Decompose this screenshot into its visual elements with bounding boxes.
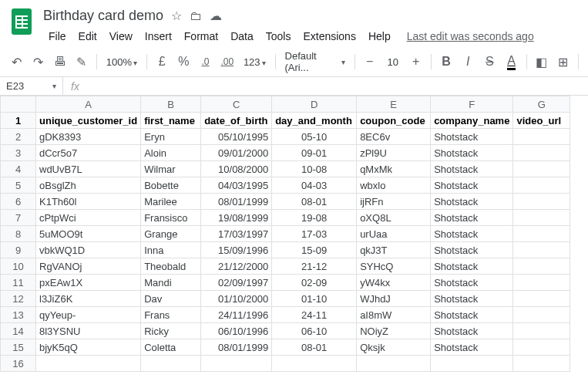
font-size-input[interactable]: 10 [381, 56, 405, 68]
col-header-F[interactable]: F [431, 96, 513, 113]
cell[interactable]: oBsglZh [36, 177, 141, 194]
cell[interactable]: 19/08/1999 [201, 210, 272, 226]
star-icon[interactable]: ☆ [171, 8, 182, 23]
cell[interactable] [513, 291, 570, 307]
cell[interactable]: 04/03/1995 [201, 177, 272, 194]
cell[interactable]: Dav [141, 291, 201, 307]
cell[interactable]: yW4kx [357, 275, 431, 291]
cell[interactable]: 8EC6v [357, 129, 431, 145]
cell[interactable]: Shotstack [431, 226, 513, 242]
cell[interactable] [513, 210, 570, 226]
increase-decimal-button[interactable]: .00 [217, 51, 237, 73]
col-header-B[interactable]: B [141, 96, 201, 113]
cell[interactable]: Shotstack [431, 210, 513, 226]
cell[interactable] [272, 356, 357, 372]
cell[interactable]: 06-10 [272, 323, 357, 339]
zoom-select[interactable]: 100%▾ [102, 56, 142, 68]
cell[interactable]: day_and_month [272, 113, 357, 129]
doc-title[interactable]: Birthday card demo [43, 8, 163, 24]
cell[interactable]: Qksjk [357, 339, 431, 356]
text-color-button[interactable]: A [501, 51, 521, 73]
row-header[interactable]: 7 [1, 210, 36, 226]
cell[interactable]: Shotstack [431, 307, 513, 323]
cell[interactable]: Shotstack [431, 194, 513, 210]
cell[interactable]: date_of_birth [201, 113, 272, 129]
cell[interactable]: Wilmar [141, 161, 201, 177]
cell[interactable]: Aloin [141, 145, 201, 161]
menu-insert[interactable]: Insert [139, 27, 177, 46]
cell[interactable]: Coletta [141, 339, 201, 356]
col-header-E[interactable]: E [357, 96, 431, 113]
percent-button[interactable]: % [173, 51, 193, 73]
cell[interactable]: wbxlo [357, 177, 431, 194]
cell[interactable] [513, 242, 570, 258]
cell[interactable]: 01/10/2000 [201, 291, 272, 307]
cell[interactable]: qyYeup- [36, 307, 141, 323]
cell[interactable]: l3JiZ6K [36, 291, 141, 307]
cell[interactable]: bjyK5qQ [36, 339, 141, 356]
cell[interactable]: 09-01 [272, 145, 357, 161]
cell[interactable]: Grange [141, 226, 201, 242]
cell[interactable]: 15-09 [272, 242, 357, 258]
cell[interactable]: WJhdJ [357, 291, 431, 307]
row-header[interactable]: 14 [1, 323, 36, 339]
cell[interactable]: ijRFn [357, 194, 431, 210]
spreadsheet-grid[interactable]: A B C D E F G 1unique_customer_idfirst_n… [0, 96, 570, 372]
menu-extensions[interactable]: Extensions [297, 27, 361, 46]
cell[interactable] [513, 275, 570, 291]
cell[interactable]: Shotstack [431, 275, 513, 291]
cell[interactable] [513, 339, 570, 356]
cell[interactable]: oXQ8L [357, 210, 431, 226]
row-header[interactable]: 9 [1, 242, 36, 258]
cell[interactable]: Ricky [141, 323, 201, 339]
undo-icon[interactable]: ↶ [6, 51, 26, 73]
cell[interactable]: coupon_code [357, 113, 431, 129]
cell[interactable]: Fransisco [141, 210, 201, 226]
cell[interactable] [513, 226, 570, 242]
cell[interactable] [513, 323, 570, 339]
cell[interactable] [513, 129, 570, 145]
cell[interactable]: 5uMOO9t [36, 226, 141, 242]
cell[interactable] [513, 258, 570, 275]
cell[interactable]: 17-03 [272, 226, 357, 242]
last-edit-link[interactable]: Last edit was seconds ago [407, 30, 534, 42]
cell[interactable]: 24-11 [272, 307, 357, 323]
cell[interactable]: dCcr5o7 [36, 145, 141, 161]
borders-icon[interactable]: ⊞ [553, 51, 573, 73]
cell[interactable]: RgVANOj [36, 258, 141, 275]
cell[interactable]: 02/09/1997 [201, 275, 272, 291]
cell[interactable] [513, 161, 570, 177]
row-header[interactable]: 2 [1, 129, 36, 145]
menu-tools[interactable]: Tools [260, 27, 297, 46]
col-header-G[interactable]: G [513, 96, 570, 113]
cell[interactable]: qkJ3T [357, 242, 431, 258]
select-all-corner[interactable] [1, 96, 36, 113]
cell[interactable]: unique_customer_id [36, 113, 141, 129]
row-header[interactable]: 3 [1, 145, 36, 161]
cell[interactable] [513, 194, 570, 210]
menu-help[interactable]: Help [363, 27, 396, 46]
cell[interactable]: first_name [141, 113, 201, 129]
cell[interactable]: Mandi [141, 275, 201, 291]
more-formats-button[interactable]: 123▾ [239, 56, 270, 68]
cell[interactable]: qMxMk [357, 161, 431, 177]
move-icon[interactable]: 🗀 [190, 9, 202, 23]
cell[interactable]: cPtpWci [36, 210, 141, 226]
cell[interactable] [513, 356, 570, 372]
row-header[interactable]: 10 [1, 258, 36, 275]
menu-view[interactable]: View [104, 27, 138, 46]
font-size-increase[interactable]: + [406, 51, 426, 73]
row-header[interactable]: 16 [1, 356, 36, 372]
cell[interactable]: urUaa [357, 226, 431, 242]
sheets-logo[interactable] [6, 6, 37, 37]
cell[interactable]: Shotstack [431, 129, 513, 145]
cell[interactable]: K1Th60l [36, 194, 141, 210]
row-header[interactable]: 8 [1, 226, 36, 242]
currency-button[interactable]: £ [152, 51, 172, 73]
row-header[interactable]: 12 [1, 291, 36, 307]
name-box[interactable]: E23▾ [0, 77, 63, 95]
cell[interactable] [513, 177, 570, 194]
cell[interactable]: Bobette [141, 177, 201, 194]
strikethrough-button[interactable]: S [479, 51, 499, 73]
cell[interactable]: 08-01 [272, 194, 357, 210]
